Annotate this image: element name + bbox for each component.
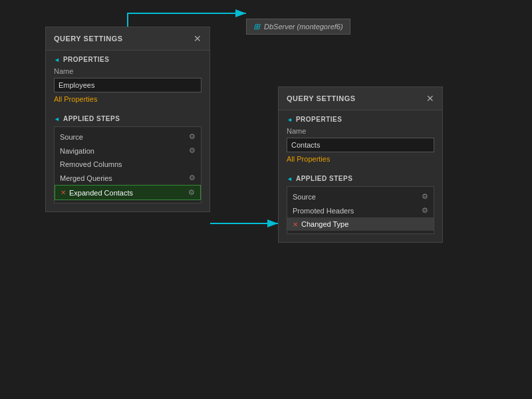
left-step-source-gear-icon[interactable]: ⚙	[189, 132, 196, 141]
right-query-settings-panel: QUERY SETTINGS ✕ ◄ PROPERTIES Name All P…	[278, 86, 443, 243]
left-step-expanded-contacts-left: ✕ Expanded Contacts	[61, 189, 133, 197]
left-step-expanded-contacts-label: Expanded Contacts	[69, 189, 133, 197]
db-server-text: DbServer (montegoref6)	[264, 23, 343, 31]
right-properties-arrow-icon: ◄	[287, 116, 293, 123]
left-step-navigation-gear-icon[interactable]: ⚙	[189, 146, 196, 155]
right-step-promoted-headers-gear-icon[interactable]: ⚙	[422, 206, 428, 215]
right-step-source-gear-icon[interactable]: ⚙	[422, 192, 428, 201]
left-panel-close-button[interactable]: ✕	[194, 34, 201, 43]
left-step-expanded-contacts-gear-icon[interactable]: ⚙	[188, 188, 195, 197]
right-properties-section: ◄ PROPERTIES Name All Properties	[279, 110, 442, 170]
right-step-promoted-headers-label: Promoted Headers	[293, 207, 354, 215]
right-properties-title: PROPERTIES	[296, 116, 342, 123]
right-properties-header: ◄ PROPERTIES	[287, 116, 434, 123]
left-name-label: Name	[54, 67, 201, 75]
right-step-promoted-headers-left: Promoted Headers	[293, 207, 354, 215]
left-step-merged-queries[interactable]: Merged Queries ⚙	[55, 171, 201, 185]
left-query-settings-panel: QUERY SETTINGS ✕ ◄ PROPERTIES Name All P…	[45, 27, 210, 212]
right-all-properties-link[interactable]: All Properties	[287, 155, 330, 163]
left-properties-arrow-icon: ◄	[54, 57, 60, 63]
right-steps-arrow-icon: ◄	[287, 176, 293, 182]
right-step-source-left: Source	[293, 193, 316, 201]
left-step-navigation[interactable]: Navigation ⚙	[55, 144, 201, 158]
left-step-source-left: Source	[60, 133, 83, 141]
right-step-changed-type-error-icon: ✕	[293, 221, 298, 228]
right-panel-title: QUERY SETTINGS	[287, 94, 356, 102]
left-properties-title: PROPERTIES	[63, 56, 109, 63]
right-applied-steps-section: ◄ APPLIED STEPS Source ⚙ Promoted Header…	[279, 170, 442, 242]
left-applied-steps-section: ◄ APPLIED STEPS Source ⚙ Navigation ⚙	[46, 110, 209, 211]
right-panel-header: QUERY SETTINGS ✕	[279, 87, 442, 110]
left-step-merged-queries-label: Merged Queries	[60, 174, 112, 182]
left-step-source[interactable]: Source ⚙	[55, 130, 201, 144]
left-step-expanded-contacts[interactable]: ✕ Expanded Contacts ⚙	[55, 185, 201, 200]
right-name-input[interactable]	[287, 138, 434, 152]
right-steps-list: Source ⚙ Promoted Headers ⚙ ✕ Changed Ty…	[287, 186, 434, 234]
left-properties-header: ◄ PROPERTIES	[54, 56, 201, 63]
right-step-source[interactable]: Source ⚙	[287, 190, 434, 203]
left-all-properties-link[interactable]: All Properties	[54, 95, 97, 103]
right-step-promoted-headers[interactable]: Promoted Headers ⚙	[287, 203, 434, 217]
right-step-changed-type-left: ✕ Changed Type	[293, 220, 348, 228]
db-icon: ⊞	[253, 22, 260, 31]
right-step-changed-type[interactable]: ✕ Changed Type	[287, 217, 434, 231]
left-properties-section: ◄ PROPERTIES Name All Properties	[46, 51, 209, 110]
right-step-changed-type-label: Changed Type	[301, 220, 348, 228]
right-steps-title: APPLIED STEPS	[296, 175, 352, 182]
left-step-merged-queries-gear-icon[interactable]: ⚙	[189, 174, 196, 182]
left-step-navigation-left: Navigation	[60, 147, 94, 155]
left-step-navigation-label: Navigation	[60, 147, 94, 155]
left-step-removed-columns-left: Removed Columns	[60, 160, 122, 168]
left-panel-title: QUERY SETTINGS	[54, 35, 123, 43]
right-panel-close-button[interactable]: ✕	[426, 94, 434, 103]
left-steps-arrow-icon: ◄	[54, 116, 60, 122]
left-step-removed-columns[interactable]: Removed Columns	[55, 158, 201, 171]
left-panel-header: QUERY SETTINGS ✕	[46, 27, 209, 51]
left-steps-header: ◄ APPLIED STEPS	[54, 115, 201, 122]
left-step-expanded-contacts-error-icon: ✕	[61, 189, 66, 196]
db-server-label: ⊞ DbServer (montegoref6)	[246, 19, 350, 35]
left-step-merged-queries-left: Merged Queries	[60, 174, 112, 182]
left-steps-title: APPLIED STEPS	[63, 115, 120, 122]
right-name-label: Name	[287, 127, 434, 135]
left-name-input[interactable]	[54, 78, 201, 92]
left-steps-list: Source ⚙ Navigation ⚙ Removed Columns	[54, 126, 201, 203]
right-step-source-label: Source	[293, 193, 316, 201]
right-steps-header: ◄ APPLIED STEPS	[287, 175, 434, 182]
left-step-removed-columns-label: Removed Columns	[60, 160, 122, 168]
left-step-source-label: Source	[60, 133, 83, 141]
